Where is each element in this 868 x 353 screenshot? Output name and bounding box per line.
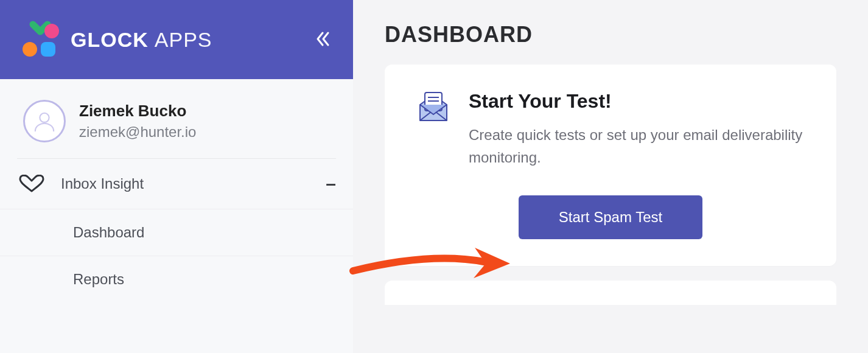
sidebar: GLOCK APPS Ziemek Bucko ziemek@h [0,0,353,353]
user-info: Ziemek Bucko ziemek@hunter.io [79,102,196,140]
chevron-double-left-icon [314,30,331,47]
user-block[interactable]: Ziemek Bucko ziemek@hunter.io [0,79,353,158]
nav-sub-dashboard[interactable]: Dashboard [0,209,353,256]
svg-point-3 [40,113,49,122]
brand-name-bold: GLOCK [71,28,149,52]
card-title: Start Your Test! [469,90,805,113]
svg-point-0 [44,24,59,38]
user-icon [33,110,56,133]
nav-sub-label: Dashboard [73,224,144,241]
card-header: Start Your Test! Create quick tests or s… [416,90,805,169]
avatar [23,100,66,142]
brand-name-light: APPS [155,28,212,52]
nav-inbox-insight[interactable]: Inbox Insight – [0,159,353,209]
svg-point-1 [23,42,37,57]
nav-sub-label: Reports [73,271,124,288]
card-text: Start Your Test! Create quick tests or s… [469,90,805,169]
collapse-sidebar-button[interactable] [309,26,336,54]
start-test-card: Start Your Test! Create quick tests or s… [385,65,836,266]
card-cta-row: Start Spam Test [416,195,805,239]
nav-inbox-insight-label: Inbox Insight [61,175,310,192]
brand-logo-icon [22,21,60,58]
user-name: Ziemek Bucko [79,102,196,121]
sidebar-header: GLOCK APPS [0,0,353,79]
card-description: Create quick tests or set up your email … [469,124,805,169]
brand-logo: GLOCK APPS [22,21,212,58]
next-card-peek [385,281,836,305]
start-spam-test-button[interactable]: Start Spam Test [519,195,702,239]
nav-sub-reports[interactable]: Reports [0,256,353,302]
nav-section: Inbox Insight – Dashboard Reports [0,159,353,302]
main-content: DASHBOARD Start Your Test! Create quick [353,0,868,353]
app-root: GLOCK APPS Ziemek Bucko ziemek@h [0,0,868,353]
svg-rect-2 [41,42,55,57]
brand-name: GLOCK APPS [71,28,212,52]
user-email: ziemek@hunter.io [79,124,196,141]
envelope-icon [416,90,450,169]
heart-icon [18,175,45,193]
page-title: DASHBOARD [385,22,836,47]
